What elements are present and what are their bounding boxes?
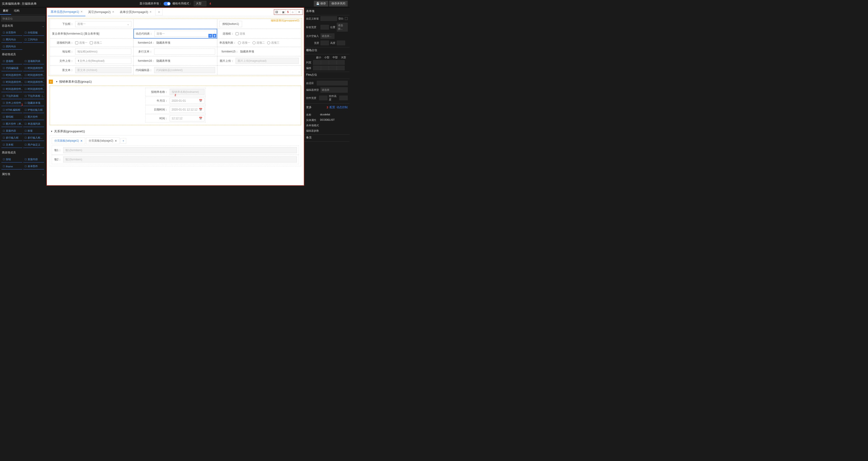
file-upload-cell[interactable]: 文件上传： ⬆ 文件上传(fileupload) <box>50 56 133 65</box>
component-item[interactable]: ☐单选项列表 <box>23 121 44 127</box>
image-icon[interactable]: 🖼 <box>274 9 279 14</box>
form-tab[interactable]: 基本信息(formpage1)✕ <box>48 8 85 16</box>
tab-material[interactable]: 素材 <box>0 7 11 14</box>
section-advanced[interactable]: 高级项成员⌄ <box>0 149 46 156</box>
width-input[interactable] <box>320 41 329 45</box>
radio-list-cell[interactable]: 单选项列表： 选项一 选项二 选项三 <box>217 38 301 47</box>
allow-empty-select[interactable]: 请选择... <box>320 33 335 39</box>
ymd-input[interactable]: 2020-01-01📅 <box>169 98 205 104</box>
multiline-input[interactable] <box>154 49 215 55</box>
group1-header[interactable]: 报销单基本信息(group1) <box>54 78 94 86</box>
form-tab[interactable]: 表单分页(formpage3)✕ <box>117 8 155 16</box>
save-close-button[interactable]: 保存并关闭 <box>329 1 348 6</box>
component-item[interactable]: ☐标签 <box>23 128 44 134</box>
component-item[interactable]: ☐下拉列表框 <box>1 93 22 99</box>
component-item[interactable]: ☐分组面板 <box>23 30 44 36</box>
height-input[interactable] <box>337 41 345 45</box>
component-item[interactable]: ☐时间选择控件... <box>1 72 22 78</box>
component-item[interactable]: ☐选项框 <box>1 58 22 64</box>
button1[interactable]: 按钮(button1) <box>219 21 242 27</box>
formitem15-cell[interactable]: formitem15： 隐藏表单项 <box>217 47 301 56</box>
component-item[interactable]: ☐文件上传控件 <box>1 100 22 106</box>
dynamic-code-cell[interactable]: 动态代码表： 选项一 ⧉ 🗑 <box>133 29 217 38</box>
component-item[interactable]: ☐两列均分 <box>1 37 22 43</box>
section-attr[interactable]: 属性项⌄ <box>0 171 46 178</box>
code-editor-cell[interactable]: 代码编辑器： 代码编辑器(codetext) <box>133 65 217 75</box>
add-inner-tab[interactable]: + <box>120 138 126 144</box>
component-item[interactable]: ☐时间选择控件... <box>1 86 22 92</box>
time-input[interactable]: 12:12:12📅 <box>169 115 205 121</box>
component-item[interactable]: ☐直接内容 <box>1 128 22 134</box>
component-item[interactable]: ☐代码编辑器 <box>1 65 22 71</box>
code-editor-input[interactable]: 代码编辑器(codetext) <box>154 67 215 73</box>
grid-mode-select[interactable]: 大型 <box>194 1 206 6</box>
dynamic-ctrl-link[interactable]: 动态控制 <box>337 105 348 109</box>
copy-icon[interactable]: ⧉ <box>209 34 212 38</box>
tab-structure[interactable]: 结构 <box>11 7 22 14</box>
delete-icon[interactable]: 🗑 <box>213 34 216 38</box>
component-item[interactable]: ☐表单部件 <box>23 163 44 170</box>
component-item[interactable]: ☐按钮 <box>1 156 22 162</box>
section-basic[interactable]: 基础项成员⌄ <box>0 51 46 58</box>
component-item[interactable]: ☐文本框 <box>1 142 22 148</box>
component-item[interactable]: ☐下拉列表框（... <box>23 93 44 99</box>
component-item[interactable]: ☐HTML编辑框 <box>1 107 22 113</box>
adaptive-input[interactable] <box>317 81 348 85</box>
component-item[interactable]: ☐时间选择控件... <box>23 79 44 85</box>
component-item[interactable]: ☐IP地址输入框 <box>23 107 44 113</box>
config-link[interactable]: 配置 <box>330 105 335 109</box>
component-item[interactable]: ☐选项框列表 <box>23 58 44 64</box>
richtext-cell[interactable]: 富文本： 富文本 (richtext) <box>50 65 133 75</box>
richtext-input[interactable]: 富文本 (richtext) <box>75 67 131 73</box>
component-item[interactable]: ☐密码框 <box>1 114 22 120</box>
item1-cell[interactable]: 项1： 项1(formitem) <box>52 146 299 155</box>
component-item[interactable]: ☐三列均分 <box>23 37 44 43</box>
address-input[interactable]: 地址框(address) <box>75 49 131 55</box>
component-item[interactable]: ☐时间选择控件... <box>1 79 22 85</box>
close-icon[interactable]: ✕ <box>112 10 114 13</box>
form-tab[interactable]: 其它(formpage2)✕ <box>85 8 117 16</box>
image-upload-input[interactable]: 图片上传(imageupload) <box>236 58 299 64</box>
component-item[interactable]: ☐图片控件（单... <box>1 121 22 127</box>
add-icon[interactable]: + <box>49 80 53 84</box>
close-icon[interactable]: ✕ <box>297 9 302 14</box>
inner-tab[interactable]: 分页面板(tabpage2)✕ <box>86 137 120 144</box>
item1-input[interactable]: 项1(formitem) <box>63 147 297 153</box>
close-icon[interactable]: ✕ <box>81 10 83 13</box>
composite-cell[interactable]: 复合表单项(formitemex1) [复合表单项] <box>50 29 133 38</box>
item2-input[interactable]: 项2(formitem) <box>63 156 297 162</box>
component-item[interactable]: ☐时间选择控件... <box>23 86 44 92</box>
ctrl-width-input[interactable] <box>319 96 328 100</box>
multiline-cell[interactable]: 多行文本： <box>133 47 217 56</box>
component-item[interactable]: ☐时间选择控件 <box>23 65 44 71</box>
option-list-cell[interactable]: 选项框列表： 选项一 选项二 <box>50 38 133 47</box>
file-upload-input[interactable]: ⬆ 文件上传(fileupload) <box>75 58 131 64</box>
inner-tab[interactable]: 分页面板(tabpage1)✕ <box>52 137 85 144</box>
item2-cell[interactable]: 项2： 项2(formitem) <box>52 155 299 164</box>
close-icon[interactable]: ✕ <box>115 139 117 143</box>
dropdown-cell[interactable]: 下拉框： 选项一 <box>50 19 133 29</box>
custom-label-input[interactable] <box>320 16 337 21</box>
group2-header[interactable]: 关系界面(grouppanel1) <box>49 127 302 135</box>
formitem16-cell[interactable]: formitem16： 隐藏表单项 <box>133 56 217 65</box>
save-button[interactable]: 💾 保存 <box>314 1 328 6</box>
add-tab-button[interactable]: + <box>155 9 162 15</box>
component-item[interactable]: ☐隐藏表单项 <box>23 100 44 106</box>
option-box-cell[interactable]: 选项框： 选项 <box>217 29 301 38</box>
image-upload-cell[interactable]: 图片上传： 图片上传(imageupload) <box>217 56 301 65</box>
component-item[interactable]: ☐四列均分 <box>1 43 22 50</box>
formitem14-cell[interactable]: formitem14： 隐藏表单项 <box>133 38 217 47</box>
component-item[interactable]: ☐分页部件 <box>1 30 22 36</box>
dropdown-input[interactable]: 选项一 <box>75 21 131 27</box>
search-input[interactable]: 快速定位 <box>1 16 45 22</box>
label-width-input[interactable] <box>320 25 329 29</box>
dynamic-code-input[interactable]: 选项一 <box>154 31 215 37</box>
ctrl-height-input[interactable] <box>339 96 348 100</box>
component-item[interactable]: ☐多行输入框 <box>1 135 22 141</box>
show-hidden-toggle[interactable] <box>164 2 170 6</box>
close-icon[interactable]: ✕ <box>80 139 83 143</box>
position-select[interactable]: 请选择... <box>337 23 348 32</box>
blank-checkbox[interactable] <box>345 17 348 20</box>
section-container[interactable]: 容器布局⌄ <box>0 23 46 29</box>
close-icon[interactable]: ✕ <box>150 10 152 13</box>
